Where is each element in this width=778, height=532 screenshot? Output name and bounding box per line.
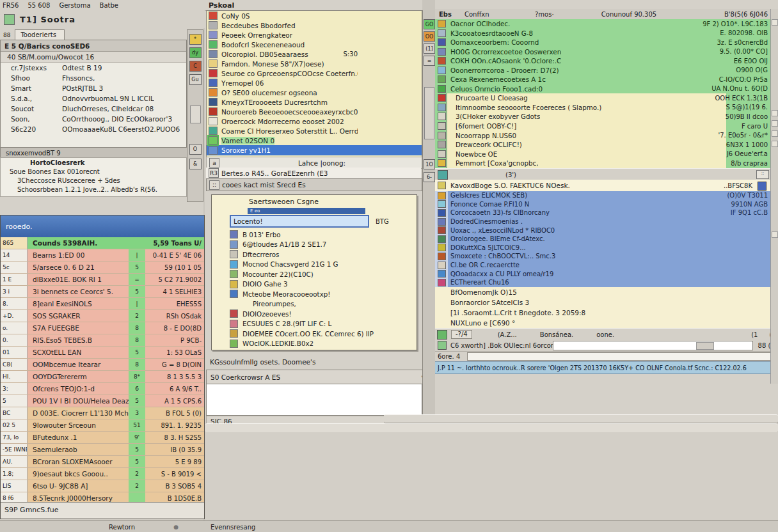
list-item[interactable]: Becdeubes Bbodorfed [207, 20, 422, 30]
toolbar-grid-icon[interactable]: :: [756, 170, 769, 179]
tree-row[interactable]: S.d.a., OdnovvrbuomaL 9N L ICClL [1, 93, 186, 104]
record-row[interactable]: [1i .Soraomt.L.Crit t Bnegdote. 3 2059:8 [435, 308, 778, 318]
list-item[interactable]: Coame Cl Horeserxeo Sotersttit L.. Oerrd… [207, 126, 422, 136]
table-row[interactable]: 5c 5/arsece 0. 6 D 21 5 59 (10 1 05 [1, 262, 204, 274]
filter-field[interactable]: -?/4 [451, 330, 472, 339]
tree-header[interactable]: E 5 Q/Barics conoSED6 [1, 40, 186, 52]
record-row[interactable]: Gelslcres ELICMOK SEB) (O)0V T3011 [435, 191, 778, 200]
list-item[interactable]: O? SE00 olucemesr ogseona [207, 88, 422, 97]
popup-list-item[interactable]: Mocounter 22)(C10C) [212, 269, 417, 279]
record-row[interactable]: QOoadacxx a CU PLLY omea/r19 [435, 269, 778, 278]
table-row[interactable]: 0. RIS.Eso5 TEBES.B 8 P 9CB- [1, 334, 204, 347]
highlight-row[interactable]: KavoxdBoge S.O. FAEKTUC6 NOesk. ..BFSC8K [435, 180, 778, 192]
table-row[interactable]: -5E IWNE Saemuleraob 5 IB (0 35.9 [1, 444, 204, 456]
record-row[interactable]: COKH OOn.cAOsaonk '0.Oclore:.C E6 E0O Ol… [435, 56, 778, 66]
record-row[interactable]: 3(CHoker exobyver Gdots 50)9B II dcoo [435, 112, 778, 121]
table-row[interactable]: AU. BCroran SLOXEMAsooer 5 5 E 9 89 [1, 456, 204, 468]
table-row[interactable]: +D. SOS SGRAKER 2 RSh OSdak [1, 310, 204, 322]
divider-toolbar[interactable]: GO OO (1] = 1O 6- [422, 10, 436, 437]
table-row[interactable]: HI. OOYDGTerererm 8* 8 1 3 5.5 3 [1, 371, 204, 383]
menu-item[interactable]: FR56 [3, 2, 19, 9]
toolbar-icon[interactable] [438, 170, 448, 180]
tree-row[interactable]: S6c220 OOmoaaaeKu8L C6eerstO2.PUOO6 [1, 124, 186, 134]
table-row[interactable]: 1.8; 9)oesaut bkcs Gooou.. 2 S - B 9019 … [1, 468, 204, 480]
record-row[interactable]: BfOomenomJk O)15 [435, 287, 778, 297]
table-row[interactable]: C8( OOMbcemue Itearar 8 G = 8 D(OIN [1, 359, 204, 371]
table-row[interactable]: 3: Ofcrens TEOJO:1-d 6 6 A 9/6 T.. [1, 383, 204, 395]
table-row[interactable]: 3 i 3i bennets ce Ceorcs' 5. 5 4 1 SELHI… [1, 286, 204, 298]
taskbar-item-2[interactable]: Evennsresang [210, 524, 255, 531]
list-item[interactable]: Seuroe co GprceoenspCOOcse Coeterfn.00 [207, 68, 422, 78]
popup-list-item[interactable]: B 013' Erbo [212, 230, 417, 240]
list-item[interactable]: Peoeek Orrengkateor [207, 30, 422, 40]
record-row[interactable]: Itimnoombe seoooorte Fcoereces ( Slapmo.… [435, 103, 778, 113]
list-item[interactable]: Famdon. Monese 58"/X7)oese) [207, 59, 422, 68]
record-row[interactable]: Smoxcete : ChBOOCTVL:.. Smc.3 [435, 252, 778, 261]
list-item[interactable]: Vamet 02SON 0 [207, 136, 422, 145]
row-r3-box[interactable]: R3 [209, 168, 219, 178]
record-row[interactable]: Drewceork OCLIFC!) 6N3X 1 1000 [435, 140, 778, 150]
record-row[interactable]: [6fomert OOBY-C!] F caro U [435, 121, 778, 131]
list-item[interactable]: Olcoropiol. DB05eaaraess S:30 [207, 49, 422, 59]
record-row[interactable]: Uoxac ., xLesoccilNLod * RIBOC0 [435, 226, 778, 235]
menu-item[interactable]: Gerstoma [59, 2, 90, 9]
tree-row[interactable]: Sfhoo Fhssoncs, [1, 73, 186, 83]
table-row[interactable]: 02 5 9Iowouter Srceoun 51 891. 1. 9235 [1, 419, 204, 432]
table-row[interactable]: o. S7A FUEEGBE 8 8 - E DO(8D [1, 322, 204, 334]
table-row[interactable]: 8. 8]eanl ExesiNOLS | EHES5S [1, 298, 204, 310]
record-row[interactable]: Corcocaoetn 33)-fs ClBnorcany IF 9Q1 cC.… [435, 208, 778, 217]
popup-list-item[interactable]: DIOIOzeoeves! [212, 309, 417, 319]
footer-combobox[interactable]: S0 Coerkcrowsr A ES ▼ [206, 370, 430, 385]
input-scroll-thumb[interactable] [696, 342, 714, 350]
popup-selected-band[interactable]: E eo [248, 208, 365, 214]
scrollbar-thumb[interactable] [190, 106, 201, 123]
toolbar-icon[interactable]: O [189, 144, 202, 155]
table-row[interactable]: BC D 003E. Ciocrerr L1'130 Mchg 3 B FOL … [1, 407, 204, 419]
tree-row[interactable]: Soucot DluchOrreses, Clheldcar 08 [1, 104, 186, 114]
toolbar-icon[interactable]: = [424, 56, 435, 66]
table-row[interactable]: LIS 6tso U- 9JC8B A] 2 B 3 SOB5 4 [1, 480, 204, 492]
menu-mos[interactable]: ?mos· [535, 11, 586, 18]
taskbar-item-1[interactable]: Rewtorn [109, 524, 135, 531]
record-row[interactable]: Cexa Rexenemecoetxes A 1c C-IO/CO:O Pr5a [435, 75, 778, 84]
record-row[interactable]: Fononce Comae P.FI10 N 9910N AGB [435, 200, 778, 209]
record-row[interactable]: Drucoarte U Cloeasag OOH ECK 1.3(1B [435, 93, 778, 103]
row-a-box[interactable]: a [209, 158, 219, 168]
record-row[interactable]: DOKuttXCa 5JLTCOlC9... [435, 244, 778, 253]
menu-item[interactable]: Batbe [100, 2, 118, 9]
popup-list-item[interactable]: Dftecrreros [212, 249, 417, 260]
table-row[interactable]: 1 E dlBxxe01E. BOK RI 1 = 5 C2 71.9002 [1, 274, 204, 286]
popup-list-item[interactable]: Pireorumpes, [212, 299, 417, 309]
filter-icon[interactable] [437, 330, 447, 340]
record-row[interactable]: DodredCinesmoenias . [435, 217, 778, 226]
record-row[interactable]: Oomaxceoorbem: Cooornd 3z. E s0cnercBd [435, 38, 778, 47]
toolbar-icon[interactable]: OO [424, 31, 435, 42]
toolbar-icon[interactable]: Gu [189, 74, 202, 85]
table-row[interactable]: 73, Io BFutedunx .1 9' 8 3. H S2S5 [1, 432, 204, 444]
record-row[interactable]: K3cooatoesrdtaooeN G-8 E. 802098. OlB [435, 29, 778, 38]
scrollbar-thumb[interactable] [424, 87, 434, 139]
toolbar-icon[interactable]: & [189, 159, 202, 169]
popup-list-item[interactable]: WOcIOK.LEDKIE.B0x2 [212, 339, 417, 349]
popup-list-item[interactable]: Mocnod Chacsvgerd 21G 1 G [212, 260, 417, 270]
menu-conffxn[interactable]: Conffxn [464, 11, 535, 18]
gray-bar[interactable]: :: cooes kact mist Srecd Es [206, 178, 422, 191]
search-icon[interactable] [438, 341, 447, 350]
list-item[interactable]: Oroercock Mdorrecerno eooset 2002 [207, 116, 422, 126]
table-row[interactable]: 865 Counds 5398AIH. 5,59 Toans U/ [1, 237, 204, 249]
popup-list-item[interactable]: DIOIO Gahe 3 [212, 279, 417, 290]
record-row[interactable]: Celuos Onrncio Fooo1.cad:0 UA N.Onu t. 6… [435, 84, 778, 94]
notes-textarea[interactable] [206, 384, 422, 416]
record-row[interactable]: Ncoorrapp N.US60 '7. E0o5r · 0&r* [435, 130, 778, 140]
list-item[interactable]: Bodofcrl Skeceneneaoud [207, 40, 422, 49]
popup-list-item[interactable]: 6@tloudes A1/1B 2 SE1.7 [212, 240, 417, 250]
search-input[interactable] [553, 341, 753, 350]
record-row[interactable]: NUXLuno e [C690 ° [435, 318, 778, 328]
list-item[interactable]: KmeyxTEroooeets Ducresrtchm [207, 97, 422, 107]
list-item[interactable]: CoNy 0S [207, 11, 422, 20]
record-row[interactable]: Bonraorcior SAtcelCls 3 [435, 297, 778, 308]
list-item[interactable]: Soroxer yv1H1 [207, 145, 422, 155]
record-row[interactable]: HO0G Ocrorrexcoetoe Ooswerxen 9.5. (0.00… [435, 47, 778, 57]
toolbar-icon[interactable]: (1] [424, 43, 435, 54]
row-r3[interactable]: R3 Bertes.o R45.. GoraEEzenrh (E3 [206, 168, 421, 179]
